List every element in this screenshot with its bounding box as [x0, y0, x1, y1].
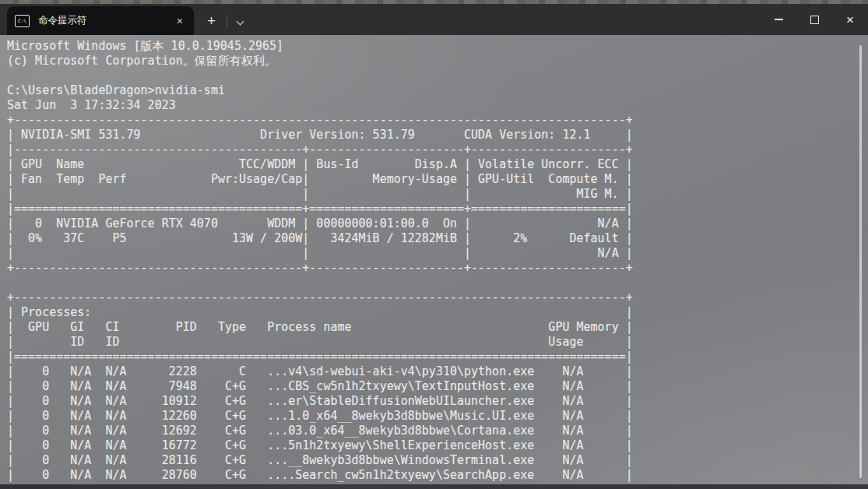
- tab-close-icon[interactable]: ×: [174, 14, 186, 28]
- close-icon: ×: [846, 13, 854, 26]
- minimize-button[interactable]: [761, 4, 796, 35]
- tab-dropdown-button[interactable]: [237, 19, 244, 26]
- titlebar: C:\ 命令提示符 × + ×: [0, 4, 868, 35]
- maximize-icon: [810, 16, 819, 24]
- close-button[interactable]: ×: [832, 4, 868, 35]
- new-tab-button[interactable]: +: [207, 13, 216, 28]
- tab-command-prompt[interactable]: C:\ 命令提示符 ×: [7, 6, 194, 35]
- maximize-button[interactable]: [796, 4, 832, 35]
- tab-bar-divider: [227, 14, 227, 28]
- cmd-icon: C:\: [15, 15, 30, 27]
- terminal-content-area[interactable]: Microsoft Windows [版本 10.0.19045.2965] (…: [0, 35, 868, 484]
- scrollbar-thumb[interactable]: [859, 45, 862, 478]
- minimize-icon: [775, 19, 783, 19]
- cmd-icon-text: C:\: [18, 19, 26, 23]
- terminal-window: C:\ 命令提示符 × + × Microsoft Windows [版本 10…: [0, 0, 868, 489]
- window-bottom-edge: [0, 484, 868, 489]
- terminal-output: Microsoft Windows [版本 10.0.19045.2965] (…: [0, 35, 868, 483]
- tab-title: 命令提示符: [38, 14, 174, 27]
